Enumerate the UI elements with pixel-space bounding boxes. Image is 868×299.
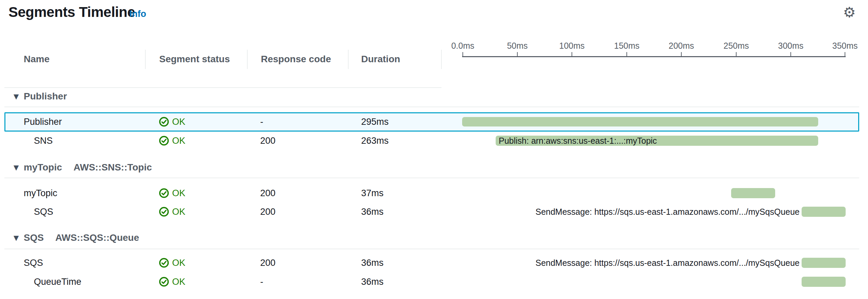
response-code: 200 [260, 184, 275, 203]
group-divider [4, 249, 859, 249]
group-header-sqs[interactable]: ▼ SQS AWS::SQS::Queue [14, 232, 139, 244]
response-code: - [260, 112, 263, 131]
group-type: AWS::SNS::Topic [74, 162, 152, 173]
group-header-publisher[interactable]: ▼ Publisher [14, 91, 67, 102]
axis-tick [517, 52, 518, 56]
gear-icon[interactable]: ⚙ [841, 4, 858, 21]
segment-status: OK [159, 112, 185, 131]
table-row-sqs-2[interactable]: SQS OK 200 36ms SendMessage: https://sqs… [0, 253, 868, 272]
group-divider [4, 107, 859, 107]
status-text: OK [172, 272, 185, 291]
timeline-bar[interactable] [731, 188, 775, 198]
duration: 37ms [361, 184, 384, 203]
triangle-down-icon: ▼ [14, 234, 24, 242]
check-circle-icon [159, 136, 169, 146]
check-circle-icon [159, 277, 169, 287]
timeline-bar[interactable] [462, 117, 818, 127]
timeline-bar[interactable] [802, 258, 846, 268]
group-type: AWS::SQS::Queue [55, 232, 139, 243]
segments-timeline-panel: Segments Timeline Info ⚙ Name Segment st… [0, 0, 868, 299]
timeline-bar[interactable] [802, 207, 846, 217]
status-text: OK [172, 253, 185, 272]
check-circle-icon [159, 207, 169, 217]
triangle-down-icon: ▼ [14, 92, 24, 100]
column-separator [145, 50, 146, 69]
duration: 263ms [361, 131, 389, 150]
response-code: - [260, 272, 263, 291]
column-separator [441, 50, 442, 69]
segment-status: OK [159, 184, 185, 203]
axis-tick-label: 200ms [668, 41, 694, 51]
status-text: OK [172, 112, 185, 131]
duration: 36ms [361, 272, 384, 291]
segment-status: OK [159, 202, 185, 221]
timeline-bar-label: Publish: arn:aws:sns:us-east-1:...:myTop… [496, 136, 818, 146]
group-header-mytopic[interactable]: ▼ myTopic AWS::SNS::Topic [14, 162, 152, 173]
table-header-rule [4, 87, 441, 88]
table-row-sns[interactable]: SNS OK 200 263ms Publish: arn:aws:sns:us… [0, 131, 868, 150]
axis-tick-label: 300ms [778, 41, 803, 51]
column-header-segment-status: Segment status [159, 54, 230, 64]
axis-tick [626, 52, 627, 56]
duration: 36ms [361, 202, 384, 221]
axis-tick [845, 52, 845, 56]
duration: 295ms [361, 112, 389, 131]
status-text: OK [172, 202, 185, 221]
segment-name: SQS [34, 202, 53, 221]
check-circle-icon [159, 117, 169, 127]
segment-status: OK [159, 131, 185, 150]
column-separator [247, 50, 248, 69]
response-code: 200 [260, 202, 275, 221]
group-divider [4, 178, 859, 178]
column-header-name: Name [24, 54, 49, 64]
table-row-sqs[interactable]: SQS OK 200 36ms SendMessage: https://sqs… [0, 202, 868, 221]
group-name: SQS [24, 232, 44, 243]
group-name: Publisher [24, 91, 67, 102]
response-code: 200 [260, 131, 275, 150]
axis-tick [790, 52, 791, 56]
triangle-down-icon: ▼ [14, 163, 24, 171]
axis-tick-label: 150ms [614, 41, 639, 51]
duration: 36ms [361, 253, 384, 272]
axis-tick-label: 100ms [559, 41, 584, 51]
segment-status: OK [159, 253, 185, 272]
status-text: OK [172, 184, 185, 203]
segment-status: OK [159, 272, 185, 291]
page-title: Segments Timeline [8, 4, 135, 20]
axis-tick [736, 52, 737, 56]
column-header-response-code: Response code [261, 54, 331, 64]
axis-tick-label: 350ms [832, 41, 857, 51]
axis-tick [681, 52, 682, 56]
segment-name: QueueTime [34, 272, 81, 291]
segment-name: Publisher [24, 112, 62, 131]
table-row-queuetime[interactable]: QueueTime OK - 36ms [0, 272, 868, 291]
timeline-bar[interactable] [802, 277, 846, 287]
axis-tick-label: 0.0ms [451, 41, 474, 51]
table-row-publisher[interactable]: Publisher OK - 295ms [0, 112, 868, 131]
segment-name: SQS [24, 253, 43, 272]
timeline-bar[interactable]: Publish: arn:aws:sns:us-east-1:...:myTop… [496, 136, 818, 146]
timeline-bar-label: SendMessage: https://sqs.us-east-1.amazo… [535, 253, 800, 272]
response-code: 200 [260, 253, 275, 272]
group-name: myTopic [24, 162, 62, 173]
info-link[interactable]: Info [129, 9, 146, 19]
column-header-duration: Duration [361, 54, 400, 64]
timeline-axis: 0.0ms 50ms 100ms 150ms 200ms 250ms 300ms… [462, 43, 845, 57]
timeline-axis-baseline [462, 56, 846, 57]
axis-tick-label: 50ms [507, 41, 528, 51]
axis-tick [462, 52, 463, 56]
check-circle-icon [159, 258, 169, 268]
status-text: OK [172, 131, 185, 150]
timeline-bar-label: SendMessage: https://sqs.us-east-1.amazo… [535, 202, 800, 221]
axis-tick-label: 250ms [723, 41, 749, 51]
check-circle-icon [159, 188, 169, 198]
column-separator [348, 50, 349, 69]
axis-tick [572, 52, 572, 56]
table-row-mytopic[interactable]: myTopic OK 200 37ms [0, 184, 868, 203]
segment-name: SNS [34, 131, 53, 150]
segment-name: myTopic [24, 184, 57, 203]
